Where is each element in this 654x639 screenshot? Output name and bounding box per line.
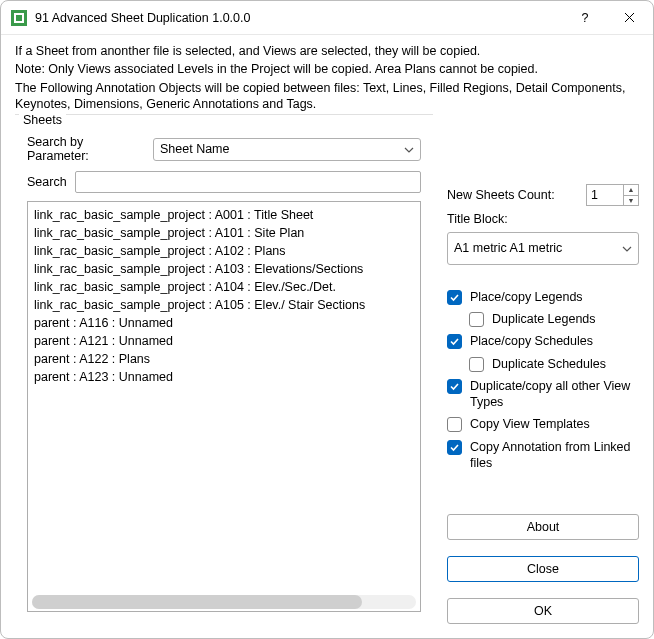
chevron-down-icon: [622, 241, 632, 255]
window-title: 91 Advanced Sheet Duplication 1.0.0.0: [35, 11, 563, 25]
close-button[interactable]: Close: [447, 556, 639, 582]
checkbox-box: [447, 417, 462, 432]
list-item[interactable]: link_rac_basic_sample_project : A101 : S…: [34, 224, 414, 242]
dialog-window: 91 Advanced Sheet Duplication 1.0.0.0 ? …: [0, 0, 654, 639]
dialog-body: If a Sheet from anonther file is selecte…: [1, 35, 653, 638]
sheets-listbox[interactable]: link_rac_basic_sample_project : A001 : T…: [27, 201, 421, 612]
list-item[interactable]: parent : A121 : Unnamed: [34, 332, 414, 350]
spin-up-icon[interactable]: ▲: [624, 185, 638, 196]
ok-button[interactable]: OK: [447, 598, 639, 624]
list-item[interactable]: parent : A123 : Unnamed: [34, 368, 414, 386]
list-item[interactable]: parent : A116 : Unnamed: [34, 314, 414, 332]
search-row: Search: [27, 171, 421, 193]
sheets-group: Sheets Search by Parameter: Sheet Name S…: [15, 114, 433, 624]
sheets-panel: Sheets Search by Parameter: Sheet Name S…: [15, 114, 433, 624]
button-label: OK: [534, 604, 552, 618]
description-line: The Following Annotation Objects will be…: [15, 80, 639, 113]
button-label: Close: [527, 562, 559, 576]
checkbox-box: [469, 357, 484, 372]
copy-templates-checkbox[interactable]: Copy View Templates: [447, 416, 639, 432]
title-block-label: Title Block:: [447, 212, 639, 226]
list-item[interactable]: link_rac_basic_sample_project : A103 : E…: [34, 260, 414, 278]
list-item[interactable]: parent : A122 : Plans: [34, 350, 414, 368]
help-button[interactable]: ?: [563, 3, 607, 33]
spin-down-icon[interactable]: ▼: [624, 196, 638, 206]
checkbox-label: Copy Annotation from Linked files: [470, 439, 639, 472]
search-input[interactable]: [75, 171, 421, 193]
checkbox-box: [469, 312, 484, 327]
search-by-parameter-select[interactable]: Sheet Name: [153, 138, 421, 161]
list-item[interactable]: link_rac_basic_sample_project : A105 : E…: [34, 296, 414, 314]
button-label: About: [527, 520, 560, 534]
duplicate-legends-checkbox[interactable]: Duplicate Legends: [469, 311, 639, 327]
titlebar: 91 Advanced Sheet Duplication 1.0.0.0 ?: [1, 1, 653, 35]
close-window-button[interactable]: [607, 3, 651, 33]
duplicate-other-checkbox[interactable]: Duplicate/copy all other View Types: [447, 378, 639, 411]
app-icon: [11, 10, 27, 26]
list-item[interactable]: link_rac_basic_sample_project : A001 : T…: [34, 206, 414, 224]
checkbox-box: [447, 440, 462, 455]
group-label: Sheets: [19, 113, 66, 127]
checkbox-box: [447, 290, 462, 305]
new-sheets-count-row: New Sheets Count: 1 ▲ ▼: [447, 184, 639, 206]
title-block-select[interactable]: A1 metric A1 metric: [447, 232, 639, 265]
select-value: A1 metric A1 metric: [454, 241, 562, 255]
checkbox-label: Duplicate/copy all other View Types: [470, 378, 639, 411]
search-by-label: Search by Parameter:: [27, 135, 145, 163]
new-sheets-count-input[interactable]: 1 ▲ ▼: [586, 184, 639, 206]
place-schedules-checkbox[interactable]: Place/copy Schedules: [447, 333, 639, 349]
content-area: Sheets Search by Parameter: Sheet Name S…: [15, 114, 639, 624]
select-value: Sheet Name: [160, 142, 229, 156]
options-panel: New Sheets Count: 1 ▲ ▼ Title Block: A1 …: [447, 114, 639, 624]
svg-rect-2: [16, 15, 22, 21]
chevron-down-icon: [404, 142, 414, 156]
checkbox-label: Duplicate Legends: [492, 311, 596, 327]
duplicate-schedules-checkbox[interactable]: Duplicate Schedules: [469, 356, 639, 372]
search-by-row: Search by Parameter: Sheet Name: [27, 135, 421, 163]
new-sheets-count-label: New Sheets Count:: [447, 188, 580, 202]
scrollbar-thumb[interactable]: [32, 595, 362, 609]
about-button[interactable]: About: [447, 514, 639, 540]
close-icon: [624, 12, 635, 23]
checkbox-box: [447, 334, 462, 349]
search-label: Search: [27, 175, 67, 189]
description-line: Note: Only Views associated Levels in th…: [15, 61, 639, 77]
checkbox-label: Place/copy Legends: [470, 289, 583, 305]
checkbox-label: Duplicate Schedules: [492, 356, 606, 372]
checkbox-box: [447, 379, 462, 394]
place-legends-checkbox[interactable]: Place/copy Legends: [447, 289, 639, 305]
spin-buttons: ▲ ▼: [623, 185, 638, 205]
help-icon: ?: [582, 11, 589, 25]
list-item[interactable]: link_rac_basic_sample_project : A102 : P…: [34, 242, 414, 260]
checkbox-label: Place/copy Schedules: [470, 333, 593, 349]
checkbox-label: Copy View Templates: [470, 416, 590, 432]
description-line: If a Sheet from anonther file is selecte…: [15, 43, 639, 59]
copy-annotation-checkbox[interactable]: Copy Annotation from Linked files: [447, 439, 639, 472]
list-item[interactable]: link_rac_basic_sample_project : A104 : E…: [34, 278, 414, 296]
spin-value[interactable]: 1: [587, 185, 623, 205]
